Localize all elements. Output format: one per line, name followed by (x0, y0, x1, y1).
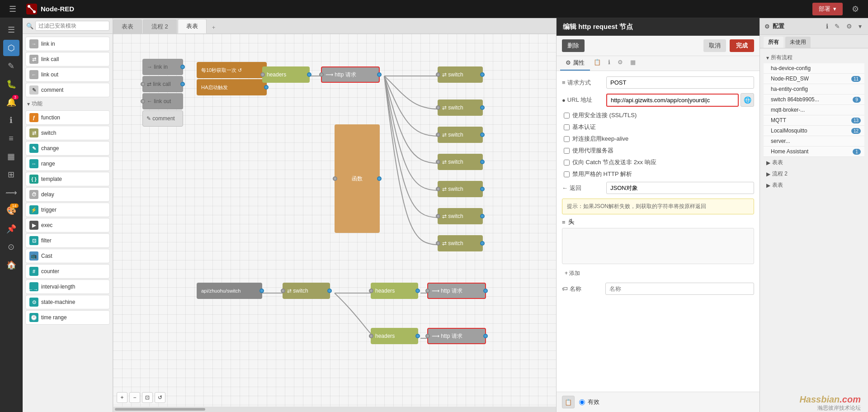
node-link-in[interactable]: → link in (142, 59, 183, 75)
canvas-scrollbar[interactable] (113, 407, 556, 412)
tab-add-button[interactable]: + (208, 21, 220, 33)
tab-biaobiao-2[interactable]: 表表 (178, 19, 207, 33)
edit-tab-properties[interactable]: ⚙ 属性 (560, 56, 590, 71)
node-link-out[interactable]: ← link out (142, 93, 183, 109)
node-item-trigger[interactable]: ⚡ trigger (25, 203, 110, 217)
node-func[interactable]: 函数 (335, 124, 380, 233)
settings-icon[interactable]: ⚙ (847, 1, 863, 17)
node-search-input[interactable] (35, 21, 109, 31)
keepalive-checkbox[interactable] (564, 136, 570, 142)
config-edit-icon[interactable]: ✎ (833, 22, 842, 31)
node-item-function[interactable]: ƒ function (25, 110, 110, 125)
config-item-server[interactable]: server... (764, 136, 864, 147)
config-more-icon[interactable]: ▾ (857, 22, 863, 31)
config-section-flow2[interactable]: ▶ 流程 2 (764, 168, 864, 180)
node-ha-startup[interactable]: HA启动触发 (197, 79, 267, 95)
node-switch2[interactable]: ⇄ switch (438, 99, 483, 116)
node-link-call[interactable]: ⇄ link call (142, 76, 183, 92)
proxy-label[interactable]: 使用代理服务器 (572, 147, 613, 155)
category-func[interactable]: ▾ 功能 (23, 98, 113, 109)
github-icon[interactable]: ⊙ (3, 239, 19, 255)
node-switch4[interactable]: ⇄ switch (438, 154, 483, 170)
pin-icon[interactable]: 📌 (3, 221, 19, 237)
config-settings-icon[interactable]: ⚙ (844, 22, 854, 31)
node-http2[interactable]: ⟿ http 请求 (427, 283, 486, 299)
config-item-home-assistant[interactable]: Home Assistant 1 (764, 147, 864, 157)
node-item-template[interactable]: { } template (25, 172, 110, 186)
config-info-icon[interactable]: ℹ (824, 22, 830, 31)
node-item-counter[interactable]: # counter (25, 264, 110, 279)
node-http1[interactable]: ⟿ http 请求 (321, 66, 380, 83)
node-item-state-machine[interactable]: ⊙ state-machine (25, 295, 110, 309)
node-headers2[interactable]: headers (371, 283, 418, 299)
tab-flow2[interactable]: 流程 2 (143, 19, 177, 33)
edit-icon[interactable]: ✎ (3, 58, 19, 74)
node-item-time-range[interactable]: 🕐 time range (25, 310, 110, 325)
zoom-reset-button[interactable]: ↺ (155, 392, 165, 403)
flow-icon[interactable]: ⟿ (3, 185, 19, 201)
zoom-in-button[interactable]: + (117, 392, 127, 403)
url-input[interactable] (606, 94, 739, 107)
node-switch3[interactable]: ⇄ switch (438, 127, 483, 143)
node-switch1[interactable]: ⇄ switch (438, 66, 483, 83)
node-http3[interactable]: ⟿ http 请求 (427, 328, 486, 344)
config-tab-unused[interactable]: 未使用 (785, 37, 811, 48)
edit-tab-icon5[interactable]: ▦ (627, 56, 639, 71)
tab-biaobiao-1[interactable]: 表表 (113, 19, 142, 33)
basic-auth-label[interactable]: 基本认证 (572, 123, 596, 131)
node-headers1[interactable]: headers (262, 66, 310, 83)
node-item-change[interactable]: ✎ change (25, 141, 110, 156)
delete-button[interactable]: 删除 (562, 39, 585, 52)
node-item-range[interactable]: ↔ range (25, 156, 110, 171)
url-globe-button[interactable]: 🌐 (741, 93, 754, 107)
config-section-biaobiao2[interactable]: ▶ 表表 (764, 180, 864, 191)
edit-tab-icon3[interactable]: ℹ (604, 56, 614, 71)
node-switch6[interactable]: ⇄ switch (438, 208, 483, 224)
nodes-icon[interactable]: ⬡ (3, 40, 19, 56)
node-switch7[interactable]: ⇄ switch (438, 235, 483, 251)
add-header-button[interactable]: + 添加 (562, 268, 754, 279)
list-icon[interactable]: ≡ (3, 130, 19, 147)
config-item-mqtt-broker[interactable]: mqtt-broker-... (764, 105, 864, 115)
scrollbar-thumb[interactable] (115, 408, 205, 411)
config-section-all-flows[interactable]: ▾ 所有流程 (764, 52, 864, 63)
footer-icon-btn1[interactable]: 📋 (562, 396, 575, 408)
edit-tab-icon4[interactable]: ⚙ (614, 56, 627, 71)
node-item-link-in[interactable]: → link in (25, 37, 110, 51)
zoom-out-button[interactable]: − (129, 392, 140, 403)
notification-icon[interactable]: 🔔3 (3, 94, 19, 110)
context-icon[interactable]: ⊞ (3, 166, 19, 183)
config-item-local-mosquitto[interactable]: LocalMosquitto 12 (764, 126, 864, 136)
config-item-ha-device[interactable]: ha-device-config (764, 63, 864, 74)
node-trigger[interactable]: 每10秒获取一次 ↺ (197, 62, 267, 78)
info-icon[interactable]: ℹ (3, 112, 19, 128)
node-item-exec[interactable]: ▶ exec (25, 218, 110, 232)
canvas[interactable]: → link in ⇄ link call ← link out ✎ comme… (113, 34, 556, 407)
menu-icon[interactable]: ☰ (3, 22, 19, 38)
node-switch5[interactable]: ⇄ switch (438, 181, 483, 197)
deploy-button[interactable]: 部署 ▾ (812, 3, 843, 15)
proxy-checkbox[interactable] (564, 148, 570, 154)
headers-area[interactable] (562, 228, 754, 264)
dashboard-icon[interactable]: ▦ (3, 148, 19, 165)
node-item-delay[interactable]: ⏱ delay (25, 187, 110, 202)
config-item-mqtt[interactable]: MQTT 13 (764, 115, 864, 126)
node-item-link-out[interactable]: ← link out (25, 67, 110, 82)
node-headers3[interactable]: headers (371, 328, 418, 344)
basic-auth-checkbox[interactable] (564, 124, 570, 130)
node-api-switch[interactable]: api/zhuohu/switch (197, 283, 262, 299)
palette-icon[interactable]: 🎨14 (3, 203, 19, 219)
node-item-filter[interactable]: ⊡ filter (25, 233, 110, 248)
non2xx-checkbox[interactable] (564, 160, 570, 166)
method-select[interactable]: GET POST POST PUT DELETE PATCH (606, 76, 754, 89)
name-input[interactable] (605, 283, 754, 295)
keepalive-label[interactable]: 对连接启用keep-alive (572, 135, 628, 143)
non2xx-label[interactable]: 仅向 Catch 节点发送非 2xx 响应 (572, 158, 656, 166)
complete-button[interactable]: 完成 (730, 39, 754, 52)
node-item-interval-length[interactable]: |←→| interval-length (25, 279, 110, 294)
node-item-link-call[interactable]: ⇄ link call (25, 52, 110, 66)
node-item-cast[interactable]: 📺 Cast (25, 249, 110, 263)
node-comment[interactable]: ✎ comment (142, 110, 183, 127)
config-item-switch-864[interactable]: switch 864bb9905... 9 (764, 95, 864, 105)
hamburger-icon[interactable]: ☰ (5, 1, 21, 17)
